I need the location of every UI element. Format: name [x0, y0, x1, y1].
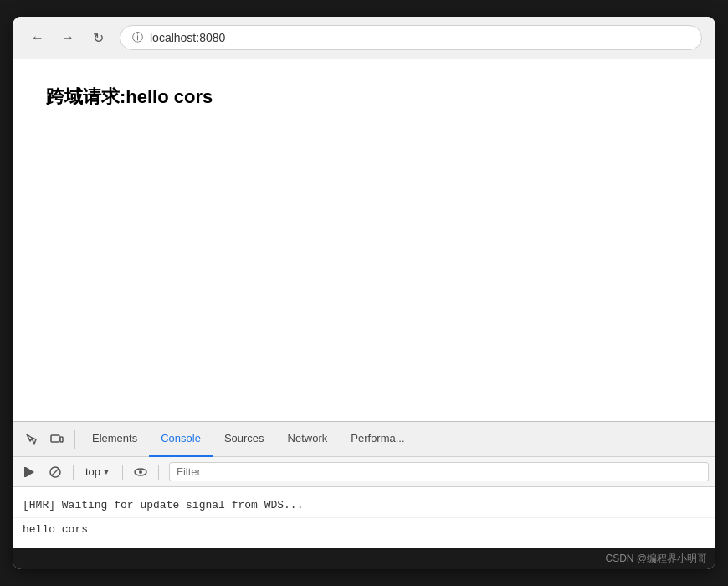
tab-performance[interactable]: Performa...	[339, 422, 416, 457]
svg-point-7	[139, 470, 142, 474]
nav-buttons: ← → ↻	[26, 26, 110, 49]
svg-rect-1	[60, 437, 63, 442]
console-line-2: hello cors	[13, 518, 715, 542]
browser-window: ← → ↻ ⓘ localhost:8080 跨域请求:hello cors	[13, 17, 715, 569]
url-text: localhost:8080	[150, 31, 225, 44]
device-toggle-icon[interactable]	[44, 427, 69, 452]
inspect-element-icon[interactable]	[19, 427, 44, 452]
browser-chrome: ← → ↻ ⓘ localhost:8080	[13, 17, 715, 59]
info-icon: ⓘ	[132, 30, 143, 45]
back-button[interactable]: ←	[26, 26, 49, 49]
console-line-1: [HMR] Waiting for update signal from WDS…	[13, 494, 715, 518]
live-expressions-icon[interactable]	[130, 461, 151, 483]
address-bar[interactable]: ⓘ localhost:8080	[120, 25, 702, 50]
svg-line-5	[52, 468, 59, 475]
devtools-panel: Elements Console Sources Network Perform…	[13, 421, 715, 548]
context-selector[interactable]: top ▼	[80, 464, 115, 480]
svg-marker-2	[26, 467, 34, 477]
tab-console[interactable]: Console	[149, 422, 213, 457]
toolbar-separator-3	[158, 465, 159, 480]
tab-network[interactable]: Network	[276, 422, 340, 457]
watermark: CSDN @编程界小明哥	[13, 548, 715, 569]
clear-console-icon[interactable]	[19, 461, 41, 483]
forward-button[interactable]: →	[56, 26, 79, 49]
chevron-down-icon: ▼	[102, 467, 110, 476]
page-heading: 跨域请求:hello cors	[46, 85, 682, 110]
devtools-tabs: Elements Console Sources Network Perform…	[13, 422, 715, 457]
page-content: 跨域请求:hello cors	[13, 59, 715, 421]
toolbar-separator-1	[73, 465, 74, 480]
svg-rect-0	[51, 435, 59, 442]
filter-input[interactable]	[169, 462, 709, 481]
tab-elements[interactable]: Elements	[80, 422, 149, 457]
svg-rect-3	[24, 467, 26, 477]
tab-sources[interactable]: Sources	[213, 422, 276, 457]
devtools-toolbar: top ▼	[13, 457, 715, 487]
refresh-button[interactable]: ↻	[86, 26, 110, 49]
console-output: [HMR] Waiting for update signal from WDS…	[13, 487, 715, 548]
toolbar-separator-2	[122, 465, 123, 480]
block-icon[interactable]	[44, 461, 66, 483]
tab-separator-1	[74, 430, 75, 449]
